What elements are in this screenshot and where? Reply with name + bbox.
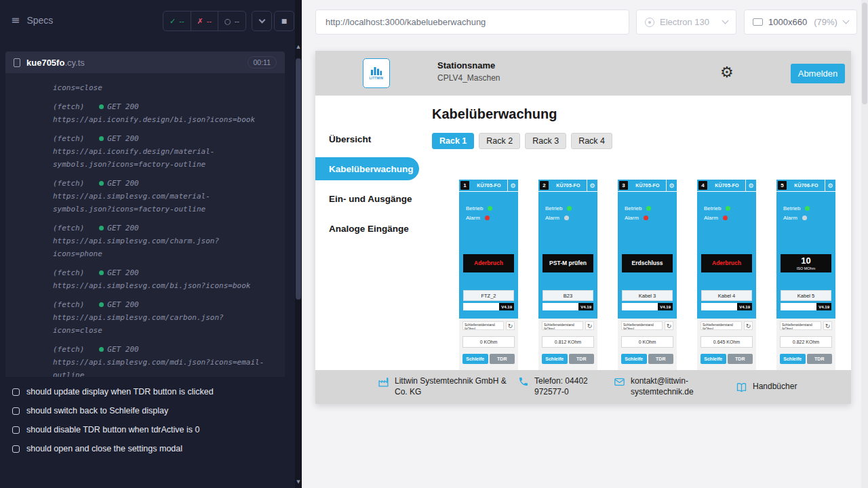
log-entry[interactable]: (fetch)GET 200 https://api.iconify.desig… <box>53 132 275 171</box>
version-row: V4.19 <box>463 303 514 310</box>
scroll-up-icon[interactable]: ▲ <box>295 42 302 52</box>
betrieb-indicator: Betrieb <box>545 205 572 211</box>
sidebar-item-uebersicht[interactable]: Übersicht <box>315 127 419 150</box>
log-entry[interactable]: (fetch)GET 200 https://api.simplesvg.com… <box>53 177 275 216</box>
card-gear-icon[interactable]: ⚙ <box>745 180 756 191</box>
refresh-icon[interactable]: ↻ <box>506 321 515 330</box>
stat-failed[interactable]: ✗-- <box>191 12 218 30</box>
schleife-button[interactable]: Schleife <box>621 354 647 364</box>
stat-pending[interactable]: ○-- <box>218 12 245 30</box>
spec-file-ext: .cy.ts <box>64 58 84 68</box>
log-entry[interactable]: (fetch)GET 200 https://api.iconify.desig… <box>53 100 275 126</box>
betrieb-indicator: Betrieb <box>704 205 730 211</box>
specs-menu-icon[interactable]: ≡ <box>11 14 20 26</box>
cable-name-field[interactable]: Kabel 5 <box>781 290 831 301</box>
cable-name-field[interactable]: Kabel 4 <box>701 290 752 301</box>
cable-name-field[interactable]: B23 <box>542 290 593 301</box>
spec-file-row[interactable]: kue705fo.cy.ts 00:11 <box>5 52 285 73</box>
version-bar <box>781 303 816 310</box>
measurement-label: Schleifenwiderstand [kOhm] <box>780 321 821 330</box>
test-item[interactable]: should update display when TDR button is… <box>0 382 295 401</box>
station-name: CPLV4_Maschen <box>437 73 500 83</box>
schleife-button[interactable]: Schleife <box>780 354 806 364</box>
tab-rack-1[interactable]: Rack 1 <box>432 133 474 149</box>
card-gear-icon[interactable]: ⚙ <box>825 180 835 191</box>
measurement-value: 0.812 KOhm <box>542 336 594 348</box>
log-entry[interactable]: (fetch)GET 200 https://api.simplesvg.com… <box>53 298 275 337</box>
tab-rack-4[interactable]: Rack 4 <box>571 133 612 149</box>
sidebar-item-kabelueberwachung[interactable]: Kabelüberwachung <box>315 157 419 180</box>
browser-select[interactable]: Electron 130 <box>636 9 736 35</box>
card-header: 5 KÜ706-FO ⚙ <box>776 180 835 192</box>
spec-file-icon <box>14 58 20 67</box>
betrieb-led <box>726 206 730 211</box>
scrollbar-thumb[interactable] <box>296 58 301 300</box>
sidebar-item-analoge-eingaenge[interactable]: Analoge Eingänge <box>315 217 419 240</box>
version-bar <box>542 303 578 310</box>
stop-button[interactable]: ■ <box>274 11 294 31</box>
viewport-select[interactable]: 1000x660 (79%) <box>744 9 857 35</box>
tdr-button[interactable]: TDR <box>648 354 674 364</box>
tab-rack-2[interactable]: Rack 2 <box>479 133 520 149</box>
footer-handbuecher[interactable]: Handbücher <box>736 382 797 393</box>
version-label: V4.19 <box>658 303 673 310</box>
tdr-button[interactable]: TDR <box>490 354 515 364</box>
schleife-button[interactable]: Schleife <box>542 354 568 364</box>
scroll-down-icon[interactable]: ▼ <box>295 477 302 487</box>
test-item[interactable]: should disable TDR button when tdrActive… <box>0 420 295 439</box>
chevron-down-icon <box>722 18 729 24</box>
device-card-1: 1 KÜ705-FO ⚙ Betrieb Alarm Aderbruch FTZ… <box>459 180 518 383</box>
collapse-button[interactable] <box>252 11 272 31</box>
reporter-scrollbar[interactable]: ▲ ▼ <box>295 0 302 488</box>
footer-email[interactable]: kontakt@littwin-systemtechnik.de <box>614 376 736 397</box>
alarm-indicator: Alarm <box>625 215 648 221</box>
card-gear-icon[interactable]: ⚙ <box>666 180 677 191</box>
log-entry[interactable]: (fetch)GET 200 https://api.simplesvg.com… <box>53 343 275 377</box>
tab-rack-3[interactable]: Rack 3 <box>525 133 566 149</box>
version-row: V4.19 <box>622 303 673 310</box>
version-bar <box>701 303 737 310</box>
tdr-button[interactable]: TDR <box>807 354 833 364</box>
specs-title[interactable]: ≡ Specs <box>11 14 53 26</box>
card-gear-icon[interactable]: ⚙ <box>587 180 597 191</box>
refresh-icon[interactable]: ↻ <box>585 321 594 330</box>
stop-icon: ■ <box>281 18 288 24</box>
test-item[interactable]: should switch back to Schleife display <box>0 401 295 420</box>
viewport-icon <box>753 18 763 26</box>
test-box-icon <box>12 445 20 453</box>
measurement-value: 0.822 KOhm <box>780 336 832 348</box>
scrollbar-thumb[interactable] <box>862 3 867 104</box>
log-entry[interactable]: (fetch)GET 200 https://api.simplesvg.com… <box>53 266 275 292</box>
schleife-button[interactable]: Schleife <box>701 354 726 364</box>
test-stats[interactable]: ✓-- ✗-- ○-- <box>163 11 246 31</box>
refresh-icon[interactable]: ↻ <box>744 321 753 330</box>
schleife-button[interactable]: Schleife <box>462 354 488 364</box>
refresh-icon[interactable]: ↻ <box>823 321 832 330</box>
log-entry[interactable]: (fetch)GET 200 https://api.simplesvg.com… <box>53 222 275 260</box>
status-dot <box>99 104 104 109</box>
betrieb-led <box>646 206 651 211</box>
spec-duration-badge: 00:11 <box>248 56 277 68</box>
cable-name-field[interactable]: Kabel 3 <box>622 290 673 301</box>
version-bar <box>622 303 658 310</box>
device-card-3: 3 KÜ705-FO ⚙ Betrieb Alarm Erdschluss Ka… <box>618 180 677 383</box>
viewport-size: 1000x660 <box>768 17 807 27</box>
sidebar-item-ein-und-ausgaenge[interactable]: Ein- und Ausgänge <box>315 187 419 210</box>
card-gear-icon[interactable]: ⚙ <box>507 180 518 191</box>
url-input[interactable]: http://localhost:3000/kabelueberwachung <box>315 9 629 35</box>
measurement-label: Schleifenwiderstand [kOhm] <box>701 321 742 330</box>
settings-gear-icon[interactable]: ⚙ <box>720 64 734 81</box>
logout-button[interactable]: Abmelden <box>791 64 845 83</box>
card-header: 3 KÜ705-FO ⚙ <box>618 180 677 192</box>
test-item[interactable]: should open and close the settings modal <box>0 439 295 458</box>
device-card-4: 4 KÜ705-FO ⚙ Betrieb Alarm Aderbruch Kab… <box>697 180 756 383</box>
logo-text: LITTWIN <box>370 77 383 80</box>
tdr-button[interactable]: TDR <box>728 354 753 364</box>
stat-passed[interactable]: ✓-- <box>163 12 191 30</box>
app-footer: Littwin Systemtechnik GmbH & Co. KG Tele… <box>315 370 851 404</box>
cable-name-field[interactable]: FTZ_2 <box>463 290 514 301</box>
card-header: 2 KÜ705-FO ⚙ <box>538 180 597 192</box>
refresh-icon[interactable]: ↻ <box>665 321 673 330</box>
page-scrollbar[interactable] <box>861 0 868 488</box>
tdr-button[interactable]: TDR <box>569 354 595 364</box>
